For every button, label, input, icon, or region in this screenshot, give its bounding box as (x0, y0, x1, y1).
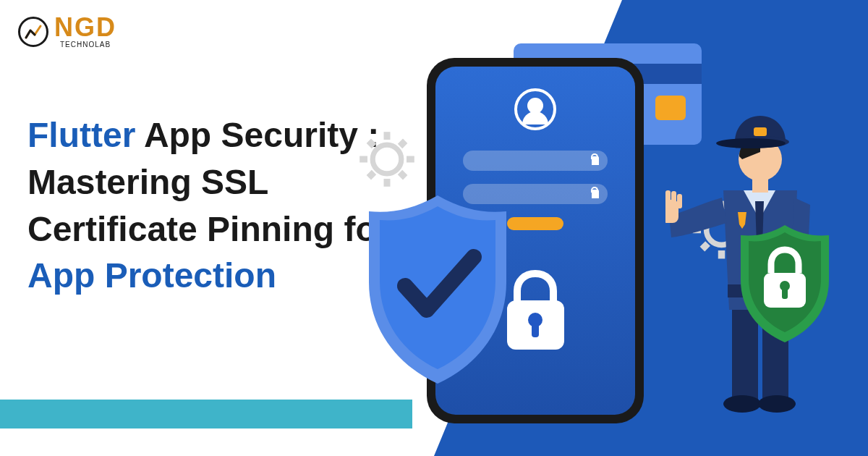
svg-point-36 (716, 138, 786, 148)
shield-lock-icon (731, 221, 839, 347)
shield-check-icon (354, 188, 521, 391)
svg-rect-29 (671, 191, 676, 208)
svg-line-6 (400, 172, 405, 177)
logo-name: NGD (54, 14, 116, 41)
gear-icon (354, 127, 420, 192)
svg-rect-35 (754, 127, 767, 136)
headline-part1: Flutter (27, 116, 135, 154)
svg-point-24 (758, 395, 796, 413)
svg-rect-20 (532, 323, 539, 337)
headline-part3: App Protection (27, 256, 276, 295)
username-field-graphic (463, 151, 608, 171)
brand-logo: NGD TECHNOLAB (18, 14, 116, 48)
svg-line-5 (369, 141, 374, 146)
svg-rect-39 (782, 287, 788, 299)
svg-point-0 (373, 145, 401, 174)
svg-line-7 (400, 141, 405, 146)
svg-rect-28 (665, 190, 671, 208)
chart-circle-icon (18, 17, 48, 47)
hero-illustration (340, 43, 846, 434)
svg-rect-30 (677, 194, 682, 208)
svg-point-23 (723, 395, 761, 413)
user-icon (514, 88, 556, 130)
svg-line-8 (369, 172, 374, 177)
logo-tagline: TECHNOLAB (54, 41, 116, 48)
